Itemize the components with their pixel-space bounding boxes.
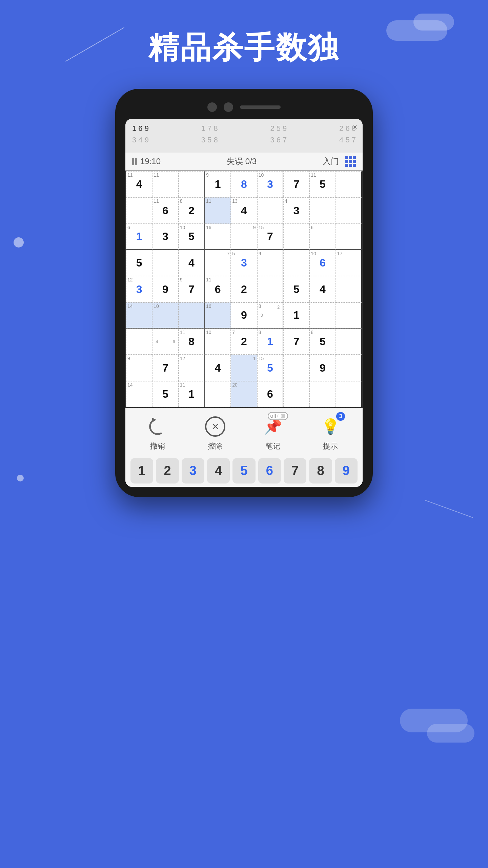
cell-r6c5[interactable]: 9 (231, 302, 257, 329)
cell-r6c7[interactable]: 1 (283, 302, 309, 329)
cell-r2c9[interactable] (336, 197, 362, 223)
cell-r8c8[interactable]: 9 (309, 355, 336, 381)
cell-r7c1[interactable] (126, 329, 152, 355)
num-button-3[interactable]: 3 (182, 458, 204, 484)
cell-r4c6[interactable]: 9 (257, 250, 283, 276)
cell-r1c3[interactable] (179, 171, 205, 197)
cell-r1c6[interactable]: 103 (257, 171, 283, 197)
cell-r5c8[interactable]: 4 (309, 276, 336, 302)
cell-r5c7[interactable]: 5 (283, 276, 309, 302)
cell-r5c1[interactable]: 123 (126, 276, 152, 302)
cell-r7c7[interactable]: 7 (283, 329, 309, 355)
cell-r2c8[interactable] (309, 197, 336, 223)
pause-button[interactable] (132, 158, 137, 165)
cell-r1c4[interactable]: 91 (205, 171, 231, 197)
cell-r3c5[interactable]: 9 (231, 224, 257, 250)
selector-item-358[interactable]: 3 5 8 (201, 136, 218, 144)
cell-r4c9[interactable]: 17 (336, 250, 362, 276)
cell-r6c9[interactable] (336, 302, 362, 329)
cell-r8c3[interactable]: 12 (179, 355, 205, 381)
cell-r3c2[interactable]: 3 (152, 224, 178, 250)
cell-r5c4[interactable]: 116 (205, 276, 231, 302)
cell-r3c8[interactable]: 6 (309, 224, 336, 250)
cell-r8c5[interactable]: 1 (231, 355, 257, 381)
cell-r6c4[interactable]: 16 (205, 302, 231, 329)
erase-button[interactable]: ✕ 擦除 (203, 415, 227, 451)
cell-r7c3[interactable]: 118 (179, 329, 205, 355)
cell-r8c6[interactable]: 155 (257, 355, 283, 381)
notes-button[interactable]: 📌 off 笔记 (261, 415, 285, 451)
cell-r2c3[interactable]: 82 (179, 197, 205, 223)
cell-r9c1[interactable]: 14 (126, 381, 152, 407)
num-button-6[interactable]: 6 (258, 458, 281, 484)
cell-r9c5[interactable]: 20 (231, 381, 257, 407)
selector-item-178[interactable]: 1 7 8 (201, 124, 218, 133)
cell-r4c7[interactable] (283, 250, 309, 276)
cell-r7c8[interactable]: 85 (309, 329, 336, 355)
cell-r4c3[interactable]: 4 (179, 250, 205, 276)
cell-r6c1[interactable]: 14 (126, 302, 152, 329)
cell-r9c7[interactable] (283, 381, 309, 407)
close-button[interactable]: × (353, 123, 357, 132)
cell-r5c9[interactable] (336, 276, 362, 302)
undo-button[interactable]: 撤销 (146, 415, 169, 451)
num-button-2[interactable]: 2 (156, 458, 179, 484)
cell-r8c4[interactable]: 4 (205, 355, 231, 381)
cell-r3c7[interactable] (283, 224, 309, 250)
cell-r6c2[interactable]: 10 (152, 302, 178, 329)
cell-r7c5[interactable]: 72 (231, 329, 257, 355)
cell-r1c9[interactable] (336, 171, 362, 197)
cell-r2c7[interactable]: 43 (283, 197, 309, 223)
cell-r7c4[interactable]: 10 (205, 329, 231, 355)
cell-r9c3[interactable]: 111 (179, 381, 205, 407)
cell-r4c5[interactable]: 53 (231, 250, 257, 276)
num-button-4[interactable]: 4 (207, 458, 230, 484)
cell-r3c9[interactable] (336, 224, 362, 250)
cell-r5c3[interactable]: 97 (179, 276, 205, 302)
cell-r7c6[interactable]: 81 (257, 329, 283, 355)
hint-button[interactable]: 💡 3 提示 (319, 415, 342, 451)
cell-r8c1[interactable]: 9 (126, 355, 152, 381)
cell-r9c2[interactable]: 5 (152, 381, 178, 407)
cell-r5c5[interactable]: 2 (231, 276, 257, 302)
cell-r9c8[interactable] (309, 381, 336, 407)
num-button-9[interactable]: 9 (335, 458, 358, 484)
cell-r7c2[interactable]: 46 (152, 329, 178, 355)
cell-r1c8[interactable]: 115 (309, 171, 336, 197)
cell-r6c6[interactable]: 823 (257, 302, 283, 329)
cell-r8c2[interactable]: 7 (152, 355, 178, 381)
cell-r3c6[interactable]: 157 (257, 224, 283, 250)
num-button-7[interactable]: 7 (284, 458, 306, 484)
cell-r5c2[interactable]: 9 (152, 276, 178, 302)
cell-r2c5[interactable]: 134 (231, 197, 257, 223)
cell-r4c2[interactable] (152, 250, 178, 276)
grid-view-button[interactable] (345, 156, 356, 167)
cell-r3c3[interactable]: 105 (179, 224, 205, 250)
cell-r9c4[interactable] (205, 381, 231, 407)
num-button-5[interactable]: 5 (232, 458, 255, 484)
cell-r2c2[interactable]: 116 (152, 197, 178, 223)
num-button-8[interactable]: 8 (309, 458, 332, 484)
cell-r3c4[interactable]: 16 (205, 224, 231, 250)
cell-r8c9[interactable] (336, 355, 362, 381)
cell-r2c4[interactable]: 11 (205, 197, 231, 223)
cell-r2c6[interactable] (257, 197, 283, 223)
cell-r8c7[interactable] (283, 355, 309, 381)
num-button-1[interactable]: 1 (130, 458, 153, 484)
cell-r6c8[interactable] (309, 302, 336, 329)
cell-r4c8[interactable]: 106 (309, 250, 336, 276)
selector-item-457[interactable]: 4 5 7 (339, 136, 356, 144)
cell-r1c7[interactable]: 7 (283, 171, 309, 197)
cell-r4c4[interactable]: 7 (205, 250, 231, 276)
selector-item-169[interactable]: 1 6 9 (132, 124, 149, 133)
cell-r1c1[interactable]: 114 (126, 171, 152, 197)
cell-r3c1[interactable]: 61 (126, 224, 152, 250)
selector-item-349[interactable]: 3 4 9 (132, 136, 149, 144)
cell-r1c2[interactable]: 11 (152, 171, 178, 197)
cell-r1c5[interactable]: 8 (231, 171, 257, 197)
cell-r4c1[interactable]: 5 (126, 250, 152, 276)
cell-r9c9[interactable] (336, 381, 362, 407)
cell-r5c6[interactable] (257, 276, 283, 302)
selector-item-259[interactable]: 2 5 9 (270, 124, 287, 133)
selector-item-367[interactable]: 3 6 7 (270, 136, 287, 144)
